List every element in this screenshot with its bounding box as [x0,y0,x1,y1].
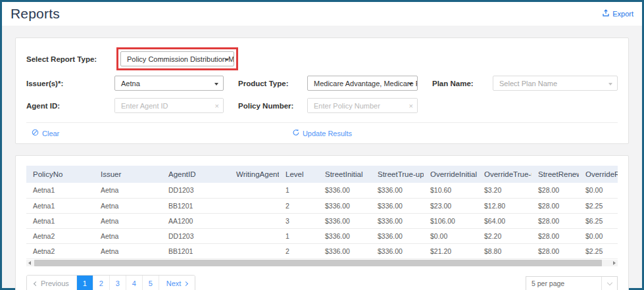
clear-button[interactable]: Clear [32,129,59,137]
annotation-highlight: Policy Commission Distribution MAPD & PD… [116,47,238,70]
table-cell: $0.00 [424,228,478,243]
product-type-value: Medicare Advantage, Medicare Prescriptio… [314,80,418,87]
table-cell: $336.00 [318,183,371,198]
clear-field-icon[interactable]: × [409,102,413,110]
chevron-right-icon [184,281,188,285]
next-page-button[interactable]: Next [159,276,195,290]
previous-page-button[interactable]: Previous [27,276,77,290]
chevron-down-icon [225,59,229,61]
table-cell [230,228,279,243]
filters-footer: Clear Update Results [26,122,618,143]
clear-label: Clear [42,130,59,137]
table-cell: Aetna1 [26,213,94,228]
page-button-3[interactable]: 3 [110,276,126,290]
issuer-value: Aetna [121,80,140,87]
agent-id-field[interactable] [115,99,223,112]
scrollbar-thumb[interactable] [34,260,602,266]
table-cell: $23.00 [424,198,478,213]
scroll-right-icon[interactable] [611,260,618,266]
header-cell: WritingAgentID [230,166,279,183]
table-cell: $2.20 [478,228,532,243]
product-type-select[interactable]: Medicare Advantage, Medicare Prescriptio… [307,76,418,91]
top-bar: Reports Export [2,2,642,26]
table-cell: DD1203 [162,183,230,198]
plan-name-select[interactable]: Select Plan Name [493,76,618,91]
results-table-viewport: PolicyNo Issuer AgentID WritingAgentID L… [26,166,618,259]
table-cell: Aetna [94,183,162,198]
export-button[interactable]: Export [602,9,633,18]
table-cell: 2 [279,243,318,258]
previous-label: Previous [41,279,69,287]
page-button-5[interactable]: 5 [143,276,159,290]
header-cell: OverrideRenewal [579,166,618,183]
table-cell: Aetna [94,243,162,258]
chevron-left-icon [34,281,38,285]
table-cell: $2.25 [579,243,618,258]
table-cell: $0.00 [579,228,618,243]
policy-number-field[interactable] [308,99,417,112]
table-cell: $336.00 [371,228,424,243]
app-window: Reports Export Select Report Type: Polic… [0,0,644,290]
table-row: Aetna1 Aetna DD1203 1 $336.00 $336.00 $1… [26,183,618,198]
table-cell: 1 [279,183,318,198]
header-cell: Level [279,166,318,183]
table-row: Aetna1 Aetna BB1201 2 $336.00 $336.00 $2… [26,198,618,213]
policy-number-field-wrap: × [307,98,418,113]
table-row: Aetna1 Aetna AA1200 3 $336.00 $336.00 $1… [26,213,618,228]
clear-field-icon[interactable]: × [215,102,219,110]
per-page-value: 5 per page [526,279,601,287]
table-cell: Aetna2 [26,243,94,258]
table-cell: $8.80 [478,243,532,258]
agent-id-label: Agent ID: [26,102,114,110]
header-cell: OverrideInitial [424,166,478,183]
table-cell: $336.00 [371,213,424,228]
table-cell: DD1203 [162,228,230,243]
table-cell: $336.00 [371,243,424,258]
table-cell: AA1200 [162,213,230,228]
table-cell: Aetna [94,213,162,228]
table-cell: Aetna1 [26,183,94,198]
plan-name-label: Plan Name: [432,80,493,87]
scroll-left-icon[interactable] [26,260,33,266]
table-cell: 3 [279,213,318,228]
header-cell: AgentID [162,166,230,183]
issuer-select[interactable]: Aetna [114,76,224,91]
horizontal-scrollbar[interactable] [26,260,618,266]
table-cell: $336.00 [371,183,424,198]
results-panel: PolicyNo Issuer AgentID WritingAgentID L… [15,155,629,290]
header-cell: PolicyNo [26,166,94,183]
results-table: PolicyNo Issuer AgentID WritingAgentID L… [26,166,618,258]
table-row: Aetna2 Aetna DD1203 1 $336.00 $336.00 $0… [26,228,618,243]
header-cell: StreetTrue-up [371,166,424,183]
report-type-label: Select Report Type: [26,55,116,63]
table-cell [230,243,279,258]
table-cell: $336.00 [318,198,371,213]
page-button-2[interactable]: 2 [93,276,110,290]
update-results-button[interactable]: Update Results [292,129,352,137]
table-cell: $3.20 [478,183,532,198]
per-page-select[interactable]: 5 per page [526,276,618,290]
product-type-label: Product Type: [238,80,307,87]
table-cell: BB1201 [162,198,230,213]
table-cell [230,213,279,228]
table-cell: $21.20 [424,243,478,258]
table-cell: Aetna [94,198,162,213]
chevron-down-icon [601,277,617,290]
table-cell: $28.00 [532,243,579,258]
update-results-label: Update Results [303,130,352,137]
export-label: Export [612,10,633,18]
page-button-4[interactable]: 4 [126,276,143,290]
issuer-label: Issuer(s)*: [26,80,114,87]
report-type-select[interactable]: Policy Commission Distribution MAPD & PD… [120,51,234,66]
next-label: Next [166,279,182,287]
filters-panel: Select Report Type: Policy Commission Di… [15,37,629,144]
table-cell: $28.00 [532,213,579,228]
table-cell: $28.00 [532,228,579,243]
table-cell: $10.60 [424,183,478,198]
policy-number-label: Policy Number: [238,102,307,110]
plan-name-placeholder: Select Plan Name [499,80,557,87]
table-row: Aetna2 Aetna BB1201 2 $336.00 $336.00 $2… [26,243,618,258]
page-button-1[interactable]: 1 [77,276,93,290]
pagination: Previous 1 2 3 4 5 Next [26,275,195,290]
header-cell: OverrideTrue-up [478,166,532,183]
